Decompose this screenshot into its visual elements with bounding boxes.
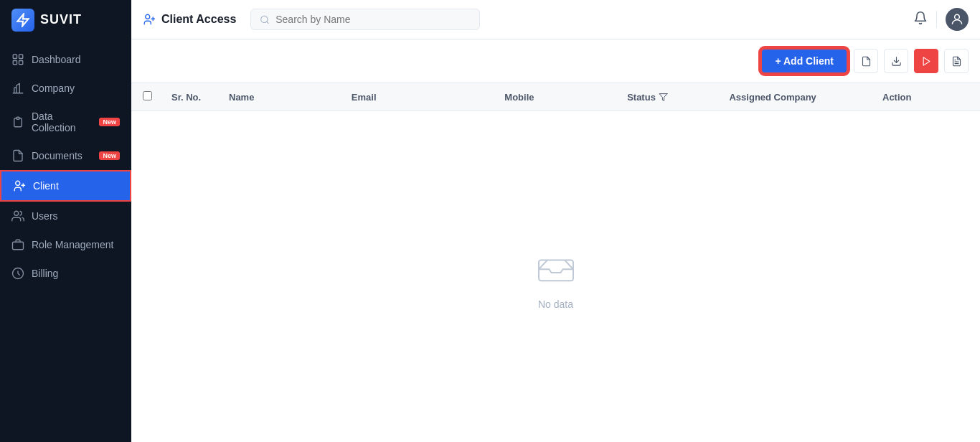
- svg-rect-1: [19, 55, 23, 58]
- th-status-label: Status: [627, 92, 656, 103]
- sidebar-item-label: Company: [32, 83, 120, 94]
- sidebar-item-label: Client: [33, 180, 118, 192]
- sidebar-item-label: Data Collection: [32, 110, 90, 133]
- sidebar-nav: Dashboard Company Data Collection New Do…: [0, 39, 131, 442]
- document-icon: [951, 56, 962, 67]
- svg-rect-3: [19, 61, 23, 65]
- svg-point-5: [14, 211, 19, 215]
- search-input[interactable]: [275, 14, 471, 25]
- sidebar-item-users[interactable]: Users: [0, 202, 131, 230]
- table-header: Sr. No. Name Email Mobile Status Assigne…: [131, 83, 980, 111]
- sidebar-item-dashboard[interactable]: Dashboard: [0, 45, 131, 74]
- users-icon: [11, 210, 24, 222]
- logo-icon: [11, 9, 34, 32]
- no-data-text: No data: [538, 298, 573, 310]
- search-bar[interactable]: [250, 9, 480, 30]
- download-icon: [891, 56, 902, 67]
- svg-point-8: [146, 14, 150, 19]
- page-title: Client Access: [161, 13, 236, 26]
- billing-icon: [11, 267, 24, 280]
- sidebar-item-label: Role Management: [32, 239, 120, 250]
- sidebar-item-billing[interactable]: Billing: [0, 259, 131, 288]
- th-srno: Sr. No.: [171, 92, 229, 103]
- sidebar-item-data-collection[interactable]: Data Collection New: [0, 103, 131, 141]
- avatar[interactable]: [946, 8, 969, 31]
- play-icon: [921, 56, 932, 67]
- sidebar-item-company[interactable]: Company: [0, 74, 131, 103]
- topbar: Client Access: [131, 0, 980, 39]
- action-bar: + Add Client: [131, 39, 980, 83]
- add-client-button[interactable]: + Add Client: [760, 48, 848, 74]
- company-icon: [11, 82, 24, 95]
- notification-button[interactable]: [913, 11, 928, 29]
- sidebar-item-label: Billing: [32, 268, 120, 279]
- role-icon: [11, 238, 24, 251]
- logo[interactable]: SUVIT: [0, 0, 131, 39]
- file-export-icon: [861, 56, 872, 67]
- th-action: Action: [882, 92, 969, 103]
- svg-marker-13: [923, 57, 930, 65]
- no-data-area: No data: [131, 111, 980, 442]
- sidebar-item-role-management[interactable]: Role Management: [0, 230, 131, 259]
- filter-icon[interactable]: [659, 93, 668, 102]
- sidebar: SUVIT Dashboard Company Data Collection …: [0, 0, 131, 442]
- youtube-button[interactable]: [914, 49, 938, 73]
- search-icon: [260, 14, 270, 25]
- th-mobile: Mobile: [504, 92, 627, 103]
- svg-line-10: [267, 22, 269, 24]
- svg-rect-6: [13, 242, 24, 250]
- sidebar-item-documents[interactable]: Documents New: [0, 141, 131, 170]
- dashboard-icon: [11, 53, 24, 66]
- select-all-checkbox[interactable]: [143, 91, 152, 100]
- documents-icon: [11, 149, 24, 162]
- download-button[interactable]: [884, 49, 908, 73]
- th-name: Name: [229, 92, 352, 103]
- sidebar-item-label: Documents: [32, 150, 90, 161]
- sidebar-item-label: Users: [32, 210, 120, 222]
- client-access-icon: [143, 13, 156, 26]
- topbar-title-section: Client Access: [143, 13, 236, 26]
- export-file-button[interactable]: [854, 49, 878, 73]
- th-assigned: Assigned Company: [729, 92, 882, 103]
- topbar-divider: [936, 11, 937, 28]
- svg-rect-2: [13, 61, 17, 65]
- logo-text: SUVIT: [40, 12, 82, 27]
- sidebar-item-label: Dashboard: [32, 54, 120, 65]
- empty-inbox-icon: [533, 244, 579, 290]
- svg-point-4: [16, 181, 20, 185]
- th-email: Email: [352, 92, 505, 103]
- new-badge: New: [99, 118, 120, 126]
- client-icon: [13, 179, 26, 192]
- sidebar-item-client[interactable]: Client: [0, 170, 131, 202]
- new-badge: New: [99, 151, 120, 160]
- svg-point-11: [955, 14, 960, 19]
- th-checkbox: [143, 90, 171, 103]
- data-collection-icon: [11, 116, 24, 128]
- bell-icon: [913, 11, 928, 25]
- document-button[interactable]: [944, 49, 969, 73]
- main-area: Client Access + Ad: [131, 0, 980, 442]
- content-area: + Add Client: [131, 39, 980, 442]
- svg-rect-0: [13, 55, 17, 58]
- topbar-right: [913, 8, 969, 31]
- th-status: Status: [627, 92, 729, 103]
- svg-marker-16: [659, 93, 667, 100]
